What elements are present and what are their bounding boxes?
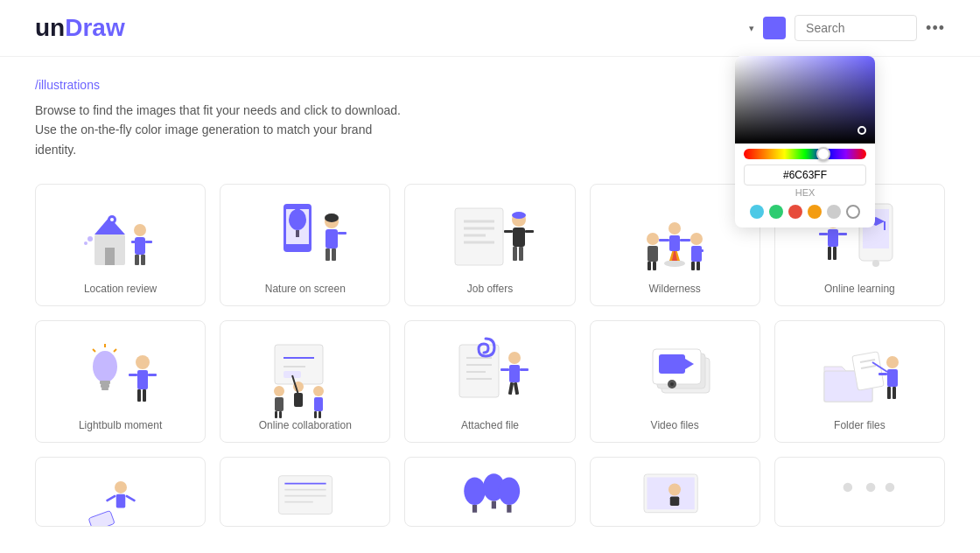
card-label: Online collaboration [259,419,352,431]
svg-rect-112 [852,352,884,391]
svg-point-45 [690,233,703,245]
svg-rect-61 [828,247,831,260]
svg-point-40 [647,233,659,245]
card-label: Lightbulb moment [79,419,162,431]
svg-rect-60 [838,233,847,235]
svg-rect-132 [472,505,477,513]
description: Browse to find the images that fit your … [35,101,402,159]
card-row3-5[interactable] [774,457,945,527]
card-online-collaboration[interactable]: Online collaboration [220,320,390,443]
svg-rect-33 [504,230,513,233]
svg-rect-89 [314,411,317,418]
svg-rect-77 [143,389,146,402]
svg-rect-101 [520,368,528,371]
preset-gray[interactable] [827,205,841,219]
gradient-handle[interactable] [858,126,866,135]
svg-point-12 [88,236,93,242]
svg-rect-119 [887,387,891,399]
svg-rect-99 [509,365,520,382]
preset-ring[interactable] [846,205,860,219]
svg-point-82 [274,386,284,396]
svg-point-110 [670,382,674,386]
card-video-files[interactable]: Video files [590,320,760,443]
illustration-row3-5 [786,468,934,527]
svg-point-50 [668,222,681,234]
svg-rect-22 [326,248,330,261]
color-swatch[interactable] [763,17,786,39]
card-attached-file[interactable]: Attached file [404,320,575,443]
svg-rect-32 [525,230,534,233]
card-row3-4[interactable] [590,457,760,527]
illustration-row3-1 [46,468,194,527]
svg-rect-43 [648,262,651,270]
illustration-wilderness [601,195,749,283]
svg-rect-76 [137,389,141,402]
svg-point-86 [313,386,324,396]
svg-rect-46 [691,246,702,262]
svg-rect-58 [828,229,838,247]
card-job-offers[interactable]: Job offers [404,184,575,306]
illustration-row3-2 [231,468,379,527]
hex-input[interactable] [744,164,866,186]
svg-point-131 [464,478,486,506]
svg-point-142 [866,483,876,493]
illustration-attached-file [416,332,564,419]
svg-rect-75 [148,374,157,376]
svg-rect-91 [294,393,303,407]
preset-cyan[interactable] [750,205,764,219]
more-menu-icon[interactable]: ••• [926,19,945,38]
hue-slider[interactable] [744,149,866,159]
svg-rect-31 [513,228,525,247]
svg-rect-6 [145,241,152,243]
svg-rect-124 [125,494,136,501]
svg-rect-62 [833,247,836,260]
svg-rect-8 [141,255,145,265]
svg-point-56 [872,260,879,267]
svg-rect-20 [326,229,338,248]
illustration-folder-files [786,332,934,419]
illustration-nature-on-screen [231,195,379,283]
svg-rect-88 [318,411,321,418]
svg-rect-51 [669,235,680,251]
card-nature-on-screen[interactable]: Nature on screen [220,184,390,306]
illustration-row3-3 [416,468,564,527]
svg-rect-134 [492,501,496,509]
header: unDraw HEX ▾ ••• [0,0,980,57]
preset-green[interactable] [769,205,783,219]
search-input[interactable] [794,15,917,41]
svg-rect-59 [819,233,828,235]
svg-rect-122 [116,494,125,508]
svg-line-70 [114,349,116,352]
svg-rect-83 [275,397,284,411]
card-folder-files[interactable]: Folder files [774,320,945,443]
svg-rect-136 [507,505,511,513]
card-row3-2[interactable] [220,457,390,527]
preset-red[interactable] [788,205,802,219]
card-location-review[interactable]: Location review [35,184,206,306]
svg-line-71 [93,349,95,352]
svg-rect-41 [648,246,658,262]
svg-rect-68 [102,388,108,390]
svg-rect-116 [887,369,898,387]
card-label: Video files [651,419,699,431]
card-row3-1[interactable] [35,457,206,527]
svg-rect-67 [101,384,109,388]
preset-yellow[interactable] [808,205,822,219]
svg-point-13 [84,242,88,245]
svg-rect-17 [296,230,299,237]
color-picker-popup[interactable]: HEX [735,56,875,228]
hue-handle[interactable] [816,147,830,161]
card-lightbulb-moment[interactable]: Lightbulb moment [35,320,206,443]
card-row3-3[interactable] [404,457,575,527]
svg-rect-35 [519,247,523,261]
logo[interactable]: unDraw [35,14,125,42]
illustration-location-review [46,195,194,283]
svg-rect-66 [100,381,110,384]
color-gradient[interactable] [735,56,875,144]
svg-rect-2 [105,248,115,265]
svg-rect-125 [88,511,115,528]
svg-point-72 [136,355,150,369]
color-presets [735,201,875,228]
card-label: Online learning [824,283,895,295]
svg-rect-120 [892,387,896,399]
